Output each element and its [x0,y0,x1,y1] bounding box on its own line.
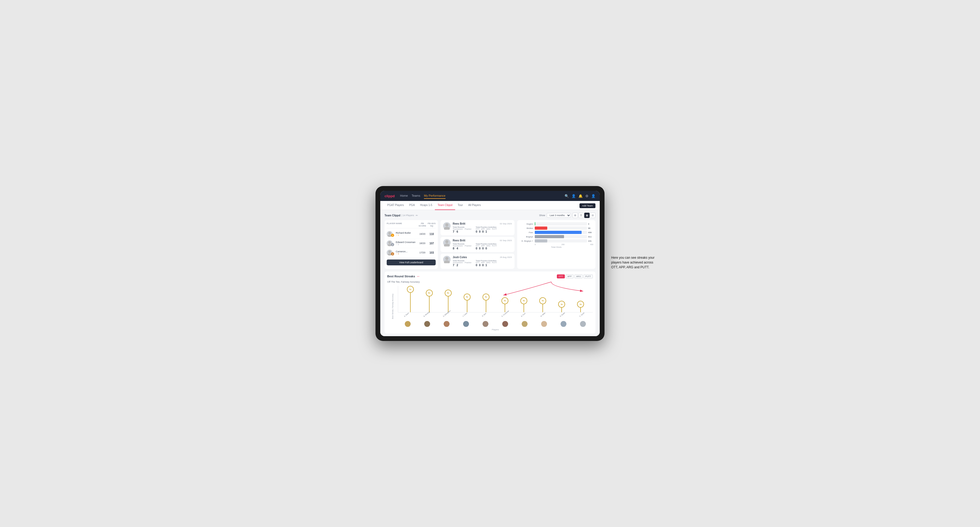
pc-content-1: Rees Britt 02 Sep 2023 Total Rounds Tour… [453,222,512,233]
streaks-chart-container: Best Streak, Fairway Accuracy 7x [387,286,593,331]
show-select[interactable]: Last 3 months Last 6 months Last year [547,213,571,218]
table-view-btn[interactable]: ⊟ [590,213,595,218]
sc-player-7: 4x [523,297,524,312]
nav-teams[interactable]: Teams [412,193,420,199]
bar-chart-panel: Eagles 3 Birdies 96 [517,220,595,269]
view-icons: ⊞ ☰ ▦ ⊟ [573,213,595,218]
bc-axis-400: 400 [590,243,593,245]
tab-pga[interactable]: PGA [406,201,417,210]
list-view-btn[interactable]: ☰ [578,213,584,218]
pc-app-val-2: 0 [479,247,480,250]
card-view-btn[interactable]: ▦ [584,213,590,218]
grid-view-btn[interactable]: ⊞ [573,213,578,218]
tablet-frame: clippd Home Teams My Performance 🔍 👤 🔔 ⚙… [375,186,605,341]
pc-date-2: 02 Sep 2023 [500,239,512,242]
pc-app-label-1: APP [481,228,485,230]
lb-row-3[interactable]: 3 Cameron... ♡ 3 17/20 103 [387,248,436,257]
nav-links: Home Teams My Performance [400,193,565,199]
sc-bubble-4: 5x [464,294,471,300]
lb-col-avg-header: PB AVG SQ [428,222,436,227]
svg-point-26 [543,322,546,324]
nav-my-performance[interactable]: My Performance [424,193,445,199]
bc-val-pars: 499 [588,231,593,234]
streaks-header: Best Round Streaks ← OTT APP ARG PUTT [387,274,593,278]
pc-practice-acts-label-1: Total Practice Activities [476,226,497,228]
bc-x-title: Total Shots [519,246,593,248]
three-col-layout: PLAYER NAME PB SCORE PB AVG SQ 1 [385,220,595,269]
tab-tour[interactable]: Tour [455,201,466,210]
svg-point-30 [582,322,584,324]
svg-point-2 [388,241,391,244]
player-avatar-sc-4 [463,321,469,327]
bc-bar-wrap-pars [535,231,587,234]
lb-row-2[interactable]: 2 Edward Crossman ♡ 2 18/20 107 [387,239,436,248]
edit-icon[interactable]: ✏ [416,214,418,217]
avatar-icon[interactable]: 👤 [591,194,595,198]
sc-bubble-5: 5x [482,294,490,300]
app-logo: clippd [385,194,395,198]
pc-tournament-val-1: 7 [453,230,454,233]
nav-home[interactable]: Home [400,193,408,199]
pc-avatar-1 [443,222,450,230]
pc-practice-acts-label-2: Total Practice Activities [476,243,497,245]
pc-putt-val-1: 1 [485,230,487,233]
search-icon[interactable]: 🔍 [565,194,569,198]
pc-putt-val-2: 0 [485,247,487,250]
player-name-1: E. Ebert [404,313,412,321]
player-avatar-sc-3 [444,321,450,327]
sc-player-5: 5x [486,294,486,312]
add-team-button[interactable]: Add Team [579,203,595,208]
pc-rounds-sublabels-2: Tournament Practice [453,245,471,247]
settings-icon[interactable]: ⚙ [585,194,589,198]
bc-label-pars: Pars [519,231,533,234]
player-avatar-sc-10 [580,321,586,327]
lb-row-1[interactable]: 1 Richard Butler ♡ 1 19/20 110 [387,229,436,239]
player-avatar-sc-1 [405,321,410,327]
pc-app-label-3: APP [481,262,485,264]
tablet-screen: clippd Home Teams My Performance 🔍 👤 🔔 ⚙… [380,191,600,336]
tab-team-clippd[interactable]: Team Clippd [435,201,455,210]
svg-point-23 [503,325,508,327]
pc-header-3: Josh Coles 26 Aug 2023 [453,256,512,259]
player-name-2: B. McHerg [423,313,431,321]
pc-practice-label-1: Practice [465,228,471,230]
bc-label-bogeys: Bogeys [519,236,533,238]
svg-point-6 [445,223,449,227]
rank-badge-1: 1 [391,234,394,237]
sc-player-4: 5x [467,294,467,312]
tab-pgat-players[interactable]: PGAT Players [385,201,406,210]
streak-btn-ott[interactable]: OTT [557,275,565,278]
svg-point-20 [484,322,487,324]
tab-hcaps[interactable]: Hcaps 1-5 [418,201,435,210]
y-axis-label: Best Streak, Fairway Accuracy [392,298,394,319]
lb-score-2: 18/20 [417,242,428,244]
pc-rounds-1: Total Rounds Tournament Practice 7 6 [453,226,471,233]
user-icon[interactable]: 👤 [571,194,576,198]
player-card-1: Rees Britt 02 Sep 2023 Total Rounds Tour… [441,220,514,235]
lb-name-2: Edward Crossman [396,241,417,243]
pc-ott-val-2: 0 [476,247,477,250]
view-full-leaderboard-btn[interactable]: View Full Leaderboard [387,259,436,265]
team-header: Team Clippd | 14 Players ✏ Show Last 3 m… [385,213,595,218]
streak-btn-arg[interactable]: ARG [574,275,583,278]
player-name-3: D. Billingham [442,313,450,321]
player-names-row: E. Ebert B. McHerg D. Billingham J. Cole… [398,313,593,321]
streak-btn-putt[interactable]: PUTT [584,275,593,278]
tabs-bar: PGAT Players PGA Hcaps 1-5 Team Clippd T… [380,201,600,210]
y-axis-container: Best Streak, Fairway Accuracy [387,286,398,331]
pc-rounds-sublabels-1: Tournament Practice [453,228,471,230]
lb-avatar-wrap-1: 1 [387,231,394,237]
tab-all-players[interactable]: All Players [466,201,483,210]
sc-player-1: 7x [410,286,410,312]
bell-icon[interactable]: 🔔 [578,194,583,198]
bc-bar-bogeys [535,235,564,238]
player-avatar-sc-2 [424,321,430,327]
bc-bar-dbogeys [535,239,547,243]
bc-bar-wrap-bogeys [535,235,587,238]
bc-label-eagles: Eagles [519,223,533,225]
pc-practice-acts-1: Total Practice Activities OTT APP ARG PU… [476,226,497,233]
svg-point-18 [465,322,467,324]
player-avatar-sc-7 [522,321,528,327]
svg-point-24 [523,322,526,324]
streak-btn-app[interactable]: APP [566,275,574,278]
